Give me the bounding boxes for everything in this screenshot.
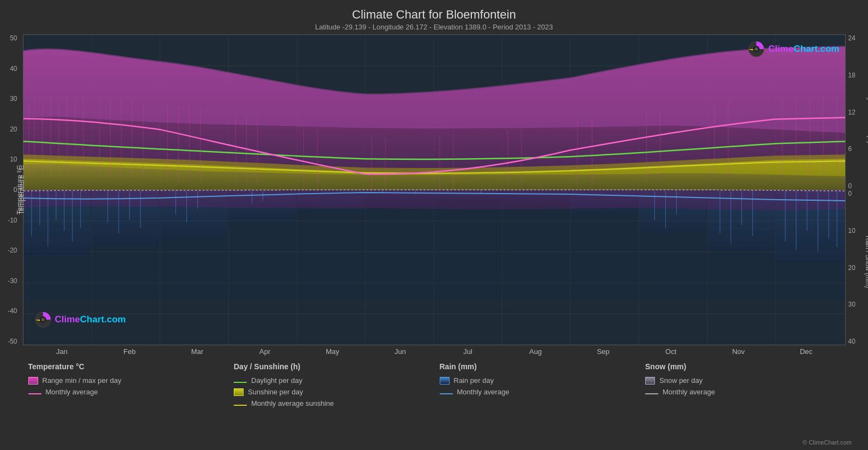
y-ticks-right: 24 18 12 6 0	[848, 34, 869, 190]
legend-item-temp-range: Range min / max per day	[28, 376, 223, 385]
legend-area: Temperature °C Range min / max per day M…	[23, 362, 846, 407]
legend-line-avg-sunshine	[234, 405, 247, 406]
legend-col-temperature: Temperature °C Range min / max per day M…	[23, 362, 229, 407]
svg-point-109	[755, 47, 758, 51]
month-jun: Jun	[366, 347, 434, 356]
logo-text-top: ClimeChart.com	[768, 44, 839, 55]
month-dec: Dec	[772, 347, 840, 356]
legend-item-rain-avg: Monthly average	[440, 388, 635, 396]
logo-top-right: ClimeChart.com	[748, 40, 839, 58]
legend-title-sunshine: Day / Sunshine (h)	[234, 362, 429, 371]
month-mar: Mar	[163, 347, 231, 356]
x-months-row: Jan Feb Mar Apr May Jun Jul Aug Sep Oct …	[23, 347, 846, 356]
legend-line-temp-avg	[28, 393, 41, 394]
legend-item-rain-day: Rain per day	[440, 376, 635, 385]
chart-area: ClimeChart.com ClimeChart.com	[23, 34, 846, 345]
legend-swatch-snow	[645, 377, 655, 385]
legend-title-snow: Snow (mm)	[645, 362, 840, 371]
legend-swatch-sunshine	[234, 388, 244, 396]
legend-col-rain: Rain (mm) Rain per day Monthly average	[434, 362, 640, 407]
legend-label-daylight: Daylight per day	[251, 376, 302, 385]
month-jan: Jan	[28, 347, 96, 356]
legend-label-temp-range: Range min / max per day	[43, 376, 122, 385]
legend-col-snow: Snow (mm) Snow per day Monthly average ©…	[640, 362, 846, 407]
page-wrapper: Climate Chart for Bloemfontein Latitude …	[0, 0, 868, 450]
chart-wrapper: 50 40 30 20 10 0 -10 -20 -30 -40 -50 Tem…	[23, 34, 846, 345]
legend-title-rain: Rain (mm)	[440, 362, 635, 371]
month-may: May	[299, 347, 366, 356]
legend-label-snow-day: Snow per day	[659, 376, 703, 385]
legend-item-sunshine: Sunshine per day	[234, 388, 429, 396]
legend-item-daylight: Daylight per day	[234, 376, 429, 385]
y-axis-right-bottom-label: Rain / Snow (mm)	[864, 236, 868, 288]
legend-label-snow-avg: Monthly average	[663, 388, 715, 396]
y-ticks-left: 50 40 30 20 10 0 -10 -20 -30 -40 -50	[0, 34, 17, 345]
legend-item-snow-day: Snow per day	[645, 376, 840, 385]
month-jul: Jul	[434, 347, 502, 356]
chart-title: Climate Chart for Bloemfontein	[352, 8, 516, 22]
chart-svg	[23, 35, 845, 345]
logo-icon-top	[748, 40, 765, 58]
chart-subtitle: Latitude -29.139 - Longitude 26.172 - El…	[315, 23, 553, 31]
month-sep: Sep	[569, 347, 637, 356]
month-nov: Nov	[705, 347, 772, 356]
legend-line-snow-avg	[645, 393, 658, 394]
y-axis-left-label-rotated: Temperature °C	[17, 165, 26, 214]
legend-item-avg-sunshine: Monthly average sunshine	[234, 399, 429, 407]
legend-swatch-rain	[440, 377, 450, 385]
legend-label-avg-sunshine: Monthly average sunshine	[251, 399, 334, 407]
legend-col-sunshine: Day / Sunshine (h) Daylight per day Suns…	[228, 362, 434, 407]
logo-bottom-left: ClimeChart.com	[34, 311, 126, 328]
month-aug: Aug	[502, 347, 569, 356]
month-apr: Apr	[231, 347, 299, 356]
svg-point-112	[41, 318, 45, 321]
copyright-text: © ClimeChart.com	[803, 439, 852, 446]
legend-line-daylight	[234, 382, 247, 383]
legend-item-temp-avg: Monthly average	[28, 388, 223, 396]
legend-title-temperature: Temperature °C	[28, 362, 223, 371]
logo-text-bottom: ClimeChart.com	[55, 314, 126, 325]
legend-label-rain-day: Rain per day	[454, 376, 494, 385]
legend-label-temp-avg: Monthly average	[46, 388, 98, 396]
legend-label-rain-avg: Monthly average	[457, 388, 509, 396]
legend-label-sunshine: Sunshine per day	[248, 388, 303, 396]
month-oct: Oct	[637, 347, 705, 356]
legend-swatch-temp-range	[28, 377, 38, 385]
legend-item-snow-avg: Monthly average	[645, 388, 840, 396]
legend-line-rain-avg	[440, 393, 453, 394]
month-feb: Feb	[96, 347, 163, 356]
logo-icon-bottom	[34, 311, 52, 328]
